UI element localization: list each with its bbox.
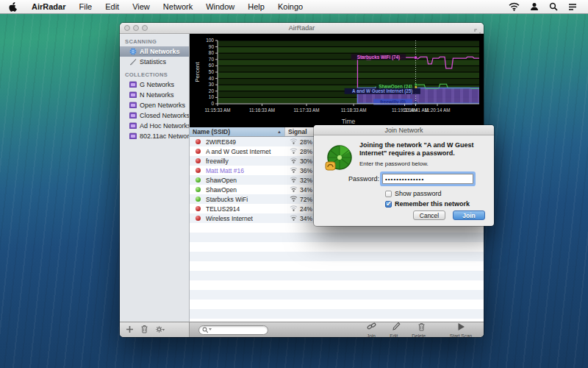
join-button[interactable]: Join <box>453 210 485 220</box>
red-status-dot-icon <box>196 206 201 211</box>
menu-network[interactable]: Network <box>157 0 199 14</box>
spotlight-icon[interactable] <box>544 2 563 11</box>
sidebar-item-statistics[interactable]: Statistics <box>120 57 189 67</box>
wifi-signal-icon <box>290 195 298 203</box>
start-scan-button[interactable]: Start Scan <box>444 322 478 337</box>
sidebar-item-open-networks[interactable]: Open Networks <box>120 100 189 110</box>
svg-text:30: 30 <box>209 82 215 87</box>
wifi-signal-icon <box>290 166 298 174</box>
search-input[interactable] <box>213 327 265 333</box>
signal-cell: 30% <box>285 157 312 165</box>
empty-table-row <box>190 309 484 319</box>
window-titlebar[interactable]: AirRadar <box>120 23 484 34</box>
show-password-row[interactable]: Show password <box>385 190 442 197</box>
svg-text:Percent: Percent <box>194 61 201 82</box>
password-label: Password: <box>314 175 382 183</box>
show-password-checkbox[interactable] <box>385 191 392 197</box>
svg-text:11:18:33 AM: 11:18:33 AM <box>341 107 367 113</box>
svg-text:90: 90 <box>209 44 215 49</box>
network-status-cell <box>190 168 206 173</box>
sidebar-item-label: G Networks <box>140 81 174 88</box>
search-scope-chevron-icon <box>209 328 212 331</box>
dialog-titlebar[interactable]: Join Network <box>314 125 494 135</box>
menu-help[interactable]: Help <box>241 0 271 14</box>
collection-icon <box>129 81 137 88</box>
remember-network-row[interactable]: Remember this network <box>385 200 470 208</box>
delete-button[interactable]: Delete… <box>409 322 434 337</box>
svg-text:10: 10 <box>209 94 215 99</box>
sidebar-item-802-11ac-networks[interactable]: 802.11ac Networks <box>120 131 189 141</box>
menu-view[interactable]: View <box>126 0 157 14</box>
show-password-label: Show password <box>395 190 442 197</box>
network-name: freewilly <box>206 158 285 165</box>
airradar-app-icon <box>323 143 355 178</box>
network-status-cell <box>190 158 206 163</box>
svg-text:70: 70 <box>209 57 215 62</box>
collection-icon <box>129 132 137 140</box>
sidebar-item-label: Ad Hoc Networks <box>140 122 190 130</box>
sidebar-item-closed-networks[interactable]: Closed Networks <box>120 110 189 121</box>
edit-button[interactable]: Edit… <box>384 322 409 337</box>
network-status-cell <box>190 216 206 221</box>
sidebar-item-label: Statistics <box>140 58 166 66</box>
red-status-dot-icon <box>196 139 201 144</box>
svg-text:Time: Time <box>342 118 356 125</box>
sidebar-item-label: 802.11ac Networks <box>140 132 190 140</box>
cancel-button[interactable]: Cancel <box>413 210 445 220</box>
network-status-cell <box>190 187 206 192</box>
bottom-toolbar: JoinEdit…Delete…Start Scan <box>120 322 484 337</box>
signal-cell: 34% <box>285 185 312 194</box>
sidebar-item-n-networks[interactable]: N Networks <box>120 90 189 100</box>
notification-center-icon[interactable] <box>563 2 582 11</box>
sidebar-item-g-networks[interactable]: G Networks <box>120 79 189 90</box>
collection-icon <box>129 91 137 99</box>
search-icon <box>202 327 208 333</box>
join-network-dialog: Join Network Joining the network "A and … <box>314 125 494 226</box>
password-field[interactable] <box>382 174 473 184</box>
signal-cell: 72% <box>285 195 312 203</box>
menubar-status-icons <box>503 2 582 11</box>
wifi-icon[interactable] <box>503 2 525 11</box>
user-icon[interactable] <box>525 2 544 11</box>
network-name: Wireless Internet <box>206 215 285 222</box>
signal-percent: 28% <box>300 138 312 146</box>
red-status-dot-icon <box>196 168 201 173</box>
menu-window[interactable]: Window <box>199 0 241 14</box>
statistics-icon <box>129 58 137 66</box>
signal-cell: 28% <box>285 138 312 146</box>
sidebar-item-ad-hoc-networks[interactable]: Ad Hoc Networks <box>120 121 189 131</box>
plus-button[interactable] <box>126 323 134 336</box>
dialog-heading: Joining the network "A and W Guest Inter… <box>359 141 489 158</box>
menu-koingo[interactable]: Koingo <box>271 0 309 14</box>
menu-file[interactable]: File <box>72 0 98 14</box>
collection-icon <box>129 112 137 119</box>
wifi-signal-icon <box>290 157 298 165</box>
sidebar-section-header: SCANNING <box>120 34 189 46</box>
signal-percent: 30% <box>300 158 312 165</box>
wifi-signal-icon <box>290 147 298 155</box>
column-header-name[interactable]: Name (SSID) ▲ <box>190 127 285 136</box>
signal-cell: 28% <box>285 147 312 155</box>
wifi-signal-icon <box>290 214 298 222</box>
sidebar-item-all-networks[interactable]: All Networks <box>120 46 189 57</box>
red-status-dot-icon <box>196 149 201 154</box>
search-field[interactable] <box>198 325 268 335</box>
svg-text:11:17:33 AM: 11:17:33 AM <box>294 107 320 113</box>
globe-icon <box>129 48 137 55</box>
network-name: ShawOpen <box>206 177 285 184</box>
signal-cell: 24% <box>285 205 312 213</box>
menu-edit[interactable]: Edit <box>98 0 126 14</box>
wifi-signal-icon <box>290 176 298 184</box>
remember-network-checkbox[interactable] <box>385 201 392 208</box>
join-button[interactable]: Join <box>359 322 384 337</box>
wifi-signal-icon <box>290 138 298 146</box>
menu-airradar[interactable]: AirRadar <box>25 0 72 14</box>
signal-percent: 34% <box>300 186 312 194</box>
svg-text:50: 50 <box>209 69 215 74</box>
apple-menu-icon[interactable] <box>9 1 18 12</box>
red-status-dot-icon <box>196 158 201 163</box>
window-title: AirRadar <box>120 24 484 32</box>
trash-button[interactable] <box>140 323 148 336</box>
gear-button[interactable] <box>155 323 165 336</box>
svg-text:100: 100 <box>206 38 214 43</box>
